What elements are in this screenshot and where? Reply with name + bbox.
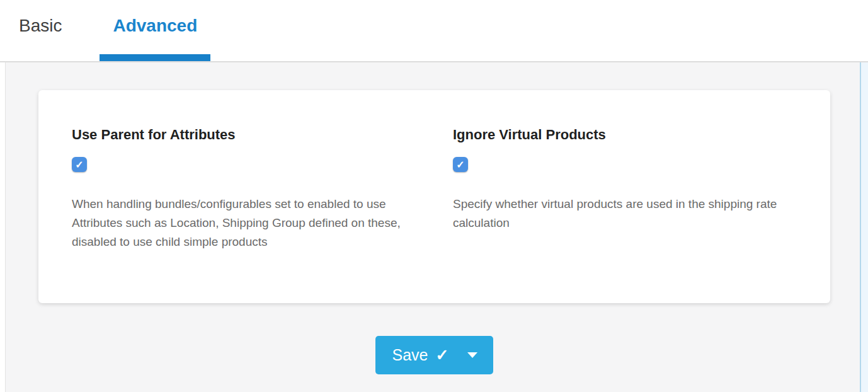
save-button-label: Save xyxy=(392,346,428,364)
setting-ignore-virtual-products: Ignore Virtual Products ✓ Specify whethe… xyxy=(453,127,805,303)
check-icon: ✓ xyxy=(75,159,83,171)
ignore-virtual-checkbox[interactable]: ✓ xyxy=(453,157,468,172)
setting-title: Use Parent for Attributes xyxy=(72,127,453,143)
setting-use-parent-for-attributes: Use Parent for Attributes ✓ When handlin… xyxy=(72,127,453,303)
save-button[interactable]: Save ✓ xyxy=(375,336,494,374)
tab-advanced-label: Advanced xyxy=(113,16,197,35)
tab-basic[interactable]: Basic xyxy=(19,16,62,61)
tab-bar: Basic Advanced xyxy=(0,0,868,62)
use-parent-checkbox[interactable]: ✓ xyxy=(72,157,87,172)
tab-basic-label: Basic xyxy=(19,16,62,35)
check-icon: ✓ xyxy=(436,346,449,364)
save-dropdown-toggle[interactable] xyxy=(467,352,477,358)
save-row: Save ✓ xyxy=(38,336,830,374)
caret-down-icon xyxy=(467,352,477,358)
settings-card: Use Parent for Attributes ✓ When handlin… xyxy=(38,90,830,303)
active-tab-underline xyxy=(100,54,210,61)
setting-title: Ignore Virtual Products xyxy=(453,127,805,143)
setting-description: Specify whether virtual products are use… xyxy=(453,195,801,233)
main-area: Use Parent for Attributes ✓ When handlin… xyxy=(0,62,868,392)
setting-description: When handling bundles/configurables set … xyxy=(72,195,420,251)
check-icon: ✓ xyxy=(456,159,464,171)
content-panel: Use Parent for Attributes ✓ When handlin… xyxy=(5,62,860,392)
scrollbar-track[interactable] xyxy=(860,62,868,392)
tab-advanced[interactable]: Advanced xyxy=(100,16,210,61)
